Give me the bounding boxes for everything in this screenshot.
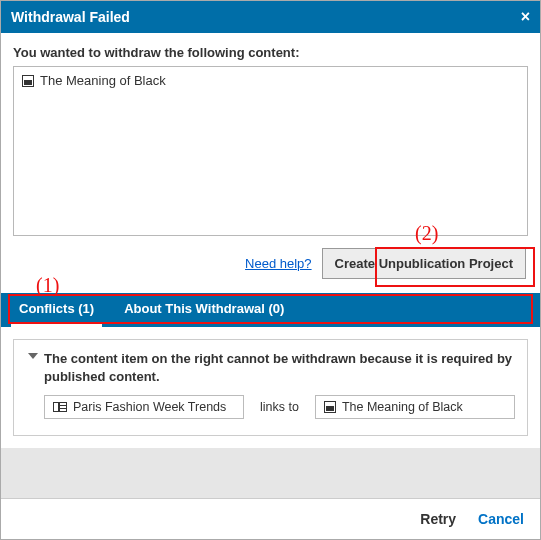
conflict-header: The content item on the right cannot be … <box>26 350 515 385</box>
dialog-body: You wanted to withdraw the following con… <box>1 33 540 279</box>
conflict-link-row: Paris Fashion Week Trends links to The M… <box>44 395 515 419</box>
cancel-button[interactable]: Cancel <box>478 511 524 527</box>
dialog-footer: Retry Cancel <box>1 498 540 539</box>
withdraw-prompt: You wanted to withdraw the following con… <box>13 45 528 60</box>
tab-about-withdrawal[interactable]: About This Withdrawal (0) <box>116 292 292 327</box>
dialog-title: Withdrawal Failed <box>11 9 130 25</box>
tab-conflicts[interactable]: Conflicts (1) <box>11 292 102 327</box>
withdrawal-failed-dialog: Withdrawal Failed × You wanted to withdr… <box>0 0 541 540</box>
article-icon <box>53 402 67 412</box>
create-unpublication-project-button[interactable]: Create Unpublication Project <box>322 248 526 279</box>
actions-row: Need help? Create Unpublication Project <box>13 248 528 279</box>
conflict-target-label: The Meaning of Black <box>342 400 463 414</box>
conflict-source-item[interactable]: Paris Fashion Week Trends <box>44 395 244 419</box>
content-page-icon <box>22 75 34 87</box>
conflict-card: The content item on the right cannot be … <box>13 339 528 436</box>
need-help-link[interactable]: Need help? <box>245 256 312 271</box>
content-list: The Meaning of Black <box>13 66 528 236</box>
chevron-down-icon[interactable] <box>26 353 36 363</box>
conflicts-panel: The content item on the right cannot be … <box>1 327 540 448</box>
conflict-target-item[interactable]: The Meaning of Black <box>315 395 515 419</box>
content-item-label: The Meaning of Black <box>40 73 166 88</box>
dialog-titlebar: Withdrawal Failed × <box>1 1 540 33</box>
retry-button[interactable]: Retry <box>420 511 456 527</box>
tabs-bar: Conflicts (1) About This Withdrawal (0) <box>1 293 540 327</box>
content-item[interactable]: The Meaning of Black <box>22 73 519 88</box>
content-page-icon <box>324 401 336 413</box>
close-icon[interactable]: × <box>521 9 530 25</box>
conflict-message: The content item on the right cannot be … <box>44 350 515 385</box>
links-to-label: links to <box>260 400 299 414</box>
conflict-source-label: Paris Fashion Week Trends <box>73 400 226 414</box>
dialog-spacer <box>1 448 540 498</box>
